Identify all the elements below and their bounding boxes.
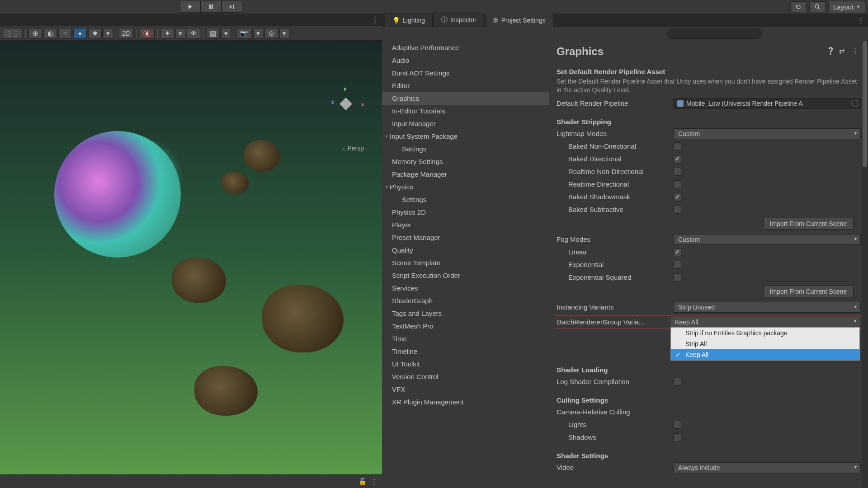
lightmap-modes-dropdown[interactable]: Custom — [673, 128, 861, 139]
shading-shaded-icon[interactable]: ● — [73, 28, 87, 39]
brg-option-strip-all[interactable]: Strip All — [671, 338, 859, 349]
baked-subtractive-checkbox[interactable] — [673, 206, 681, 214]
debug-icon[interactable]: ✹ — [88, 28, 102, 39]
gizmos-dropdown[interactable]: ▾ — [279, 28, 289, 39]
sidebar-item-ui-toolkit[interactable]: UI Toolkit — [382, 358, 549, 371]
culling-shadows-checkbox[interactable] — [673, 433, 681, 441]
sidebar-item-xr-plugin[interactable]: XR Plugin Management — [382, 396, 549, 408]
settings-search-input[interactable] — [667, 28, 762, 39]
sidebar-item-textmesh-pro[interactable]: TextMesh Pro — [382, 320, 549, 333]
fx-dropdown[interactable]: ▾ — [175, 28, 185, 39]
sidebar-item-memory-settings[interactable]: Memory Settings — [382, 155, 549, 168]
shader-stripping-title: Shader Stripping — [557, 118, 861, 126]
page-title: Graphics — [557, 45, 823, 58]
sidebar-item-shadergraph[interactable]: ShaderGraph — [382, 295, 549, 307]
draw-mode-icon[interactable]: ⊕ — [28, 28, 42, 39]
sidebar-item-version-control[interactable]: Version Control — [382, 371, 549, 383]
tab-project-settings[interactable]: ⚙Project Settings — [485, 13, 553, 27]
fog-exp-checkbox[interactable] — [673, 261, 681, 269]
fog-modes-label: Fog Modes — [557, 235, 673, 243]
sidebar-item-services[interactable]: Services — [382, 282, 549, 295]
layers-icon[interactable]: ▤ — [206, 28, 220, 39]
tab-inspector[interactable]: ⓘInspector — [434, 13, 484, 27]
sidebar-item-quality[interactable]: Quality — [382, 244, 549, 257]
baked-non-dir-checkbox[interactable] — [673, 142, 681, 150]
search-button[interactable] — [809, 1, 826, 12]
sidebar-item-burst-aot[interactable]: Burst AOT Settings — [382, 67, 549, 80]
sidebar-item-adaptive-performance[interactable]: Adaptive Performance — [382, 42, 549, 54]
settings-details: Graphics ❔ ⇄ ⋮ Set Default Render Pipeli… — [549, 40, 868, 488]
default-pipeline-field[interactable]: Mobile_Low (Universal Render Pipeline A — [673, 98, 861, 109]
layers-dropdown[interactable]: ▾ — [221, 28, 231, 39]
tabs-kebab-icon[interactable]: ⋮ — [858, 16, 864, 24]
realtime-non-dir-checkbox[interactable] — [673, 168, 681, 176]
brg-option-strip-if-no-entities[interactable]: Strip if no Entities Graphics package — [671, 328, 859, 338]
debug-dropdown[interactable]: ▾ — [103, 28, 113, 39]
baked-shadowmask-checkbox[interactable] — [673, 193, 681, 201]
fx-icon[interactable]: ✦ — [160, 28, 174, 39]
brg-row: BatchRendererGroup Varia... Keep All ▾ S… — [555, 315, 863, 329]
sidebar-item-audio[interactable]: Audio — [382, 54, 549, 67]
sidebar-item-physics-2d[interactable]: Physics 2D — [382, 206, 549, 219]
sidebar-item-timeline[interactable]: Timeline — [382, 345, 549, 358]
shading-unlit-icon[interactable]: ○ — [58, 28, 72, 39]
sidebar-item-time[interactable]: Time — [382, 333, 549, 345]
shader-loading-title: Shader Loading — [557, 366, 861, 374]
camera-icon[interactable]: 📷 — [237, 28, 252, 39]
play-button[interactable] — [180, 1, 201, 13]
shading-wireframe-icon[interactable]: ◐ — [43, 28, 57, 39]
instancing-dropdown[interactable]: Strip Unused — [673, 302, 861, 313]
scene-kebab-icon[interactable]: ⋮ — [372, 16, 378, 24]
visibility-icon[interactable]: 👁 — [187, 28, 200, 39]
sidebar-item-scene-template[interactable]: Scene Template — [382, 257, 549, 269]
sidebar-item-player[interactable]: Player — [382, 219, 549, 231]
baked-dir-checkbox[interactable] — [673, 155, 681, 163]
scene-view[interactable]: y x z ◁Persp — [0, 41, 382, 474]
sidebar-item-preset-manager[interactable]: Preset Manager — [382, 231, 549, 244]
asset-icon — [677, 100, 684, 107]
kebab-icon[interactable]: ⋮ — [371, 478, 377, 486]
log-compilation-checkbox[interactable] — [673, 378, 681, 386]
scrollbar[interactable] — [862, 40, 868, 488]
perspective-label[interactable]: ◁Persp — [342, 145, 364, 152]
import-fog-button[interactable]: Import From Current Scene — [763, 286, 854, 297]
sidebar-item-script-execution-order[interactable]: Script Execution Order — [382, 269, 549, 282]
audio-icon[interactable]: 🔇 — [140, 28, 155, 39]
fog-exp-label: Exponential — [557, 261, 673, 268]
pause-button[interactable] — [201, 1, 222, 13]
sidebar-item-package-manager[interactable]: Package Manager — [382, 168, 549, 181]
realtime-dir-checkbox[interactable] — [673, 180, 681, 188]
sidebar-item-physics[interactable]: Physics — [382, 181, 549, 193]
video-dropdown[interactable]: Always include — [673, 462, 861, 473]
camera-dropdown[interactable]: ▾ — [253, 28, 263, 39]
sidebar-item-input-system-settings[interactable]: Settings — [382, 143, 549, 155]
sidebar-item-physics-settings[interactable]: Settings — [382, 193, 549, 206]
import-lightmap-button[interactable]: Import From Current Scene — [763, 218, 854, 230]
brg-option-keep-all[interactable]: Keep All — [671, 349, 859, 360]
fog-exp-sq-checkbox[interactable] — [673, 273, 681, 282]
sidebar-item-graphics[interactable]: Graphics — [382, 92, 549, 105]
step-button[interactable] — [222, 1, 242, 13]
kebab-icon[interactable]: ⋮ — [852, 47, 861, 56]
settings-icon[interactable]: ⇄ — [839, 47, 848, 56]
fog-modes-dropdown[interactable]: Custom — [673, 234, 861, 245]
gizmos-icon[interactable]: ⊙ — [264, 28, 278, 39]
sidebar-item-tags-layers[interactable]: Tags and Layers — [382, 307, 549, 320]
object-picker-icon[interactable] — [851, 100, 859, 107]
tool-grid[interactable]: ⋮⋮ — [3, 28, 23, 39]
tab-lighting[interactable]: 💡Lighting — [385, 14, 433, 27]
undo-history-button[interactable] — [790, 1, 807, 12]
sidebar-item-vfx[interactable]: VFX — [382, 383, 549, 396]
sidebar-item-in-editor-tutorials[interactable]: In-Editor Tutorials — [382, 105, 549, 117]
fog-linear-checkbox[interactable] — [673, 248, 681, 256]
orientation-gizmo[interactable]: y x z — [328, 86, 364, 122]
sidebar-item-editor[interactable]: Editor — [382, 80, 549, 92]
layout-dropdown[interactable]: Layout▼ — [828, 1, 865, 13]
sidebar-item-input-manager[interactable]: Input Manager — [382, 117, 549, 130]
2d-toggle[interactable]: 2D — [119, 28, 134, 39]
help-icon[interactable]: ❔ — [826, 47, 835, 56]
culling-lights-checkbox[interactable] — [673, 421, 681, 429]
lock-icon[interactable]: 🔓 — [359, 478, 367, 486]
brg-dropdown[interactable]: Keep All ▾ Strip if no Entities Graphics… — [670, 317, 860, 328]
sidebar-item-input-system-package[interactable]: Input System Package — [382, 130, 549, 143]
